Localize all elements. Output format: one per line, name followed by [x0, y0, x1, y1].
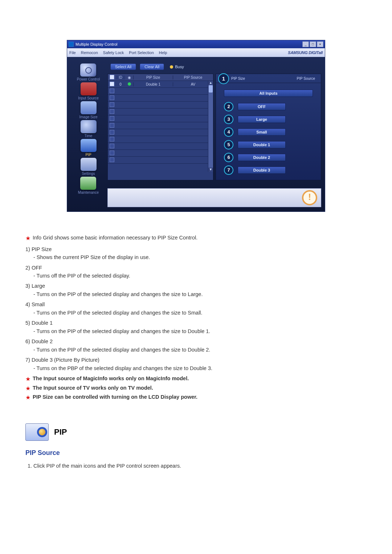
sidebar-item-power[interactable]: Power Control: [77, 63, 100, 81]
busy-label: Busy: [175, 65, 184, 69]
callout-badge: 5: [224, 140, 233, 149]
pip-size-button[interactable]: Small: [238, 128, 286, 136]
row-checkbox[interactable]: [110, 102, 114, 107]
pip-option: 5Double 1: [224, 140, 313, 149]
sidebar-label: Power Control: [77, 77, 100, 81]
pip-size-button[interactable]: Double 2: [238, 154, 286, 161]
sidebar-label: Image Size: [79, 115, 97, 119]
header-checkbox[interactable]: [110, 75, 114, 79]
callout-badge: 6: [224, 153, 233, 162]
row-checkbox[interactable]: [110, 116, 114, 121]
table-row[interactable]: [108, 88, 213, 95]
doc-note-text: The Input source of MagicInfo works only…: [33, 374, 189, 384]
pip-option: 4Small: [224, 127, 313, 137]
pip-size-button[interactable]: Double 1: [238, 141, 286, 148]
window-title: Multiple Display Control: [75, 42, 118, 46]
table-row[interactable]: [108, 150, 213, 157]
app-icon: [69, 42, 74, 47]
table-row[interactable]: [108, 108, 213, 115]
cell-pip-source: AV: [173, 82, 213, 86]
pip-option: 6Double 2: [224, 153, 313, 162]
sidebar-item-input[interactable]: Input Source: [78, 82, 99, 100]
doc-note: ★PIP Size can be controlled with turning…: [25, 393, 367, 402]
sidebar-item-time[interactable]: Time: [81, 120, 97, 138]
menu-port-selection[interactable]: Port Selection: [129, 50, 154, 55]
doc-item-title: 5) Double 1: [25, 319, 367, 327]
pip-size-button[interactable]: Double 3: [238, 167, 286, 174]
sidebar-label: PIP: [85, 153, 91, 157]
table-row[interactable]: [108, 157, 213, 164]
col-pip-source: PIP Source: [173, 75, 213, 79]
sidebar-item-maintenance[interactable]: Maintenance: [78, 177, 99, 194]
doc-note-text: The Input source of TV works only on TV …: [33, 384, 153, 393]
doc-note: ★The Input source of MagicInfo works onl…: [25, 374, 367, 384]
doc-item-desc: - Turns on the PIP of the selected displ…: [33, 346, 367, 354]
row-checkbox[interactable]: [110, 109, 114, 114]
table-row[interactable]: [108, 136, 213, 143]
row-checkbox[interactable]: [110, 95, 114, 100]
scroll-up-icon[interactable]: ▲: [208, 81, 213, 85]
subsection-heading: PIP Source: [25, 448, 367, 458]
row-checkbox[interactable]: [110, 137, 114, 141]
table-row[interactable]: [108, 129, 213, 136]
menu-file[interactable]: File: [69, 50, 76, 55]
sidebar-label: Settings: [82, 172, 95, 176]
table-row[interactable]: 0Double 1AV: [108, 81, 213, 88]
scroll-thumb[interactable]: [209, 85, 213, 93]
menu-remocon[interactable]: Remocon: [81, 50, 98, 55]
panel-head-source: PIP Source: [297, 77, 315, 81]
cell-pip-size: Double 1: [133, 82, 173, 86]
all-inputs-button[interactable]: All Inputs: [224, 90, 313, 97]
row-checkbox[interactable]: [110, 157, 114, 162]
time-icon: [81, 120, 97, 133]
pip-option: 3Large: [224, 115, 313, 124]
doc-item: 7) Double 3 (Picture By Picture)- Turns …: [25, 356, 367, 372]
pip-option: 7Double 3: [224, 165, 313, 175]
maximize-button[interactable]: □: [310, 41, 316, 47]
doc-item-desc: - Turns on the PIP of the selected displ…: [33, 309, 367, 317]
menu-safety-lock[interactable]: Safety Lock: [103, 50, 124, 55]
callout-badge: 7: [224, 165, 233, 175]
row-checkbox[interactable]: [110, 82, 114, 86]
table-row[interactable]: [108, 122, 213, 129]
section-title: PIP: [54, 426, 67, 438]
doc-item-title: 1) PIP Size: [25, 245, 367, 253]
doc-item-desc: - Turns on the PBP of the selected displ…: [33, 364, 367, 372]
row-checkbox[interactable]: [110, 130, 114, 135]
doc-item: 4) Small- Turns on the PIP of the select…: [25, 300, 367, 317]
row-checkbox[interactable]: [110, 123, 114, 128]
doc-item: 3) Large- Turns on the PIP of the select…: [25, 282, 367, 298]
pip-size-button[interactable]: Large: [238, 116, 286, 123]
col-lamp-icon: ◉: [125, 75, 133, 79]
grid-scrollbar[interactable]: ▲ ▼: [208, 81, 213, 172]
pip-size-button[interactable]: OFF: [238, 103, 286, 110]
row-checkbox[interactable]: [110, 89, 114, 93]
menu-help[interactable]: Help: [159, 50, 167, 55]
scroll-down-icon[interactable]: ▼: [208, 168, 213, 172]
sidebar-label: Maintenance: [78, 190, 99, 194]
brand-logo: SAMSUNG DIGITall: [288, 50, 323, 55]
table-row[interactable]: [108, 102, 213, 108]
close-button[interactable]: ×: [317, 41, 323, 47]
clear-all-button[interactable]: Clear All: [140, 63, 164, 70]
select-all-button[interactable]: Select All: [110, 63, 136, 70]
power-icon: [80, 63, 96, 77]
row-checkbox[interactable]: [110, 144, 114, 148]
table-row[interactable]: [108, 143, 213, 150]
sidebar-item-settings[interactable]: Settings: [81, 158, 97, 176]
grid-header: ID ◉ PIP Size PIP Source: [108, 74, 213, 81]
input-source-icon: [81, 82, 97, 95]
star-bullet-icon: ★: [25, 234, 30, 243]
info-grid: ID ◉ PIP Size PIP Source ▲ ▼ 0Double 1AV: [107, 74, 213, 180]
sidebar-item-pip[interactable]: PIP: [81, 139, 97, 157]
table-row[interactable]: [108, 95, 213, 102]
star-bullet-icon: ★: [25, 384, 30, 393]
pip-icon: [81, 139, 97, 152]
doc-item-desc: - Turns on the PIP of the selected displ…: [33, 327, 367, 335]
pip-option: 2OFF: [224, 102, 313, 111]
row-checkbox[interactable]: [110, 151, 114, 155]
sidebar-item-image-size[interactable]: Image Size: [79, 101, 97, 119]
sidebar-label: Input Source: [78, 96, 99, 100]
table-row[interactable]: [108, 115, 213, 122]
minimize-button[interactable]: _: [302, 41, 309, 47]
